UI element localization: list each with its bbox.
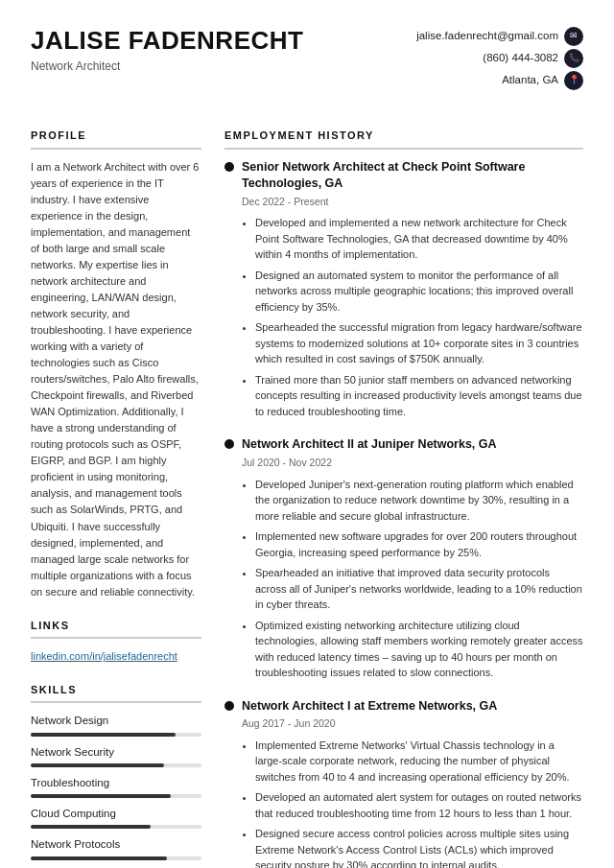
phone-text: (860) 444-3082 bbox=[483, 50, 558, 66]
bullet-item: Trained more than 50 junior staff member… bbox=[255, 372, 583, 420]
skill-item: Cloud Computing bbox=[31, 806, 201, 829]
bullet-item: Designed secure access control policies … bbox=[255, 826, 583, 868]
links-heading: LINKS bbox=[31, 618, 201, 640]
job-dot bbox=[224, 162, 234, 172]
skill-bar-fill bbox=[31, 763, 164, 767]
email-text: jalise.fadenrecht@gmail.com bbox=[416, 28, 558, 44]
job-bullets: Developed and implemented a new network … bbox=[242, 215, 583, 419]
job-dates: Dec 2022 - Present bbox=[242, 195, 583, 210]
header-left: JALISE FADENRECHT Network Architect bbox=[31, 27, 303, 75]
skill-name: Troubleshooting bbox=[31, 775, 201, 791]
jobs-list: Senior Network Architect at Check Point … bbox=[224, 159, 583, 869]
left-column: PROFILE I am a Network Architect with ov… bbox=[31, 110, 201, 868]
employment-heading: EMPLOYMENT HISTORY bbox=[224, 128, 583, 150]
bullet-item: Designed an automated system to monitor … bbox=[255, 268, 583, 316]
email-icon: ✉ bbox=[564, 27, 583, 46]
skill-name: Network Design bbox=[31, 713, 201, 729]
candidate-name: JALISE FADENRECHT bbox=[31, 27, 303, 55]
header: JALISE FADENRECHT Network Architect jali… bbox=[0, 0, 614, 110]
skill-bar-bg bbox=[31, 825, 201, 829]
skills-list: Network Design Network Security Troubles… bbox=[31, 713, 201, 868]
job-dot bbox=[224, 439, 234, 449]
bullet-item: Spearheaded an initiative that improved … bbox=[255, 565, 583, 613]
job-dot bbox=[224, 701, 234, 711]
bullet-item: Implemented new software upgrades for ov… bbox=[255, 528, 583, 560]
job-title-line: Network Architect I at Extreme Networks,… bbox=[224, 698, 583, 716]
bullet-item: Implemented Extreme Networks' Virtual Ch… bbox=[255, 738, 583, 786]
resume-wrapper: JALISE FADENRECHT Network Architect jali… bbox=[0, 0, 614, 868]
job-bullets: Implemented Extreme Networks' Virtual Ch… bbox=[242, 738, 583, 868]
job-dates: Aug 2017 - Jun 2020 bbox=[242, 716, 583, 732]
skill-bar-bg bbox=[31, 733, 201, 737]
skill-name: Cloud Computing bbox=[31, 806, 201, 822]
bullet-item: Developed an automated alert system for … bbox=[255, 789, 583, 821]
skill-name: Network Security bbox=[31, 744, 201, 761]
skill-item: Network Security bbox=[31, 744, 201, 767]
phone-contact: (860) 444-3082 📞 bbox=[416, 49, 583, 68]
skill-bar-fill bbox=[31, 733, 176, 737]
job-title: Senior Network Architect at Check Point … bbox=[242, 159, 583, 193]
header-contact: jalise.fadenrecht@gmail.com ✉ (860) 444-… bbox=[416, 27, 583, 93]
candidate-title: Network Architect bbox=[31, 58, 303, 75]
skill-bar-bg bbox=[31, 794, 201, 798]
skill-bar-fill bbox=[31, 794, 171, 798]
skill-item: Network Design bbox=[31, 713, 201, 736]
location-icon: 📍 bbox=[564, 71, 583, 90]
skill-item: Troubleshooting bbox=[31, 775, 201, 798]
profile-text: I am a Network Architect with over 6 yea… bbox=[31, 159, 201, 600]
job-title-line: Network Architect II at Juniper Networks… bbox=[224, 436, 583, 454]
job-title: Network Architect II at Juniper Networks… bbox=[242, 436, 497, 454]
job-title-line: Senior Network Architect at Check Point … bbox=[224, 159, 583, 193]
skill-bar-bg bbox=[31, 856, 201, 860]
bullet-item: Developed Juniper's next-generation rout… bbox=[255, 477, 583, 525]
location-contact: Atlanta, GA 📍 bbox=[416, 71, 583, 90]
job-title: Network Architect I at Extreme Networks,… bbox=[242, 698, 497, 716]
skill-name: Network Protocols bbox=[31, 836, 201, 853]
skill-bar-bg bbox=[31, 763, 201, 767]
skill-item: Network Protocols bbox=[31, 836, 201, 859]
job-entry: Senior Network Architect at Check Point … bbox=[224, 159, 583, 420]
job-dates: Jul 2020 - Nov 2022 bbox=[242, 456, 583, 471]
main-body: PROFILE I am a Network Architect with ov… bbox=[0, 110, 614, 868]
job-entry: Network Architect I at Extreme Networks,… bbox=[224, 698, 583, 869]
profile-heading: PROFILE bbox=[31, 128, 201, 150]
job-bullets: Developed Juniper's next-generation rout… bbox=[242, 477, 583, 681]
skills-heading: SKILLS bbox=[31, 682, 201, 704]
phone-icon: 📞 bbox=[564, 49, 583, 68]
bullet-item: Optimized existing networking architectu… bbox=[255, 618, 583, 681]
right-column: EMPLOYMENT HISTORY Senior Network Archit… bbox=[224, 110, 583, 868]
skill-bar-fill bbox=[31, 856, 167, 860]
job-entry: Network Architect II at Juniper Networks… bbox=[224, 436, 583, 680]
email-contact: jalise.fadenrecht@gmail.com ✉ bbox=[416, 27, 583, 46]
linkedin-link[interactable]: linkedin.com/in/jalisefadenrecht bbox=[31, 648, 201, 665]
location-text: Atlanta, GA bbox=[502, 72, 558, 88]
bullet-item: Developed and implemented a new network … bbox=[255, 215, 583, 263]
skill-bar-fill bbox=[31, 825, 151, 829]
bullet-item: Spearheaded the successful migration fro… bbox=[255, 319, 583, 367]
